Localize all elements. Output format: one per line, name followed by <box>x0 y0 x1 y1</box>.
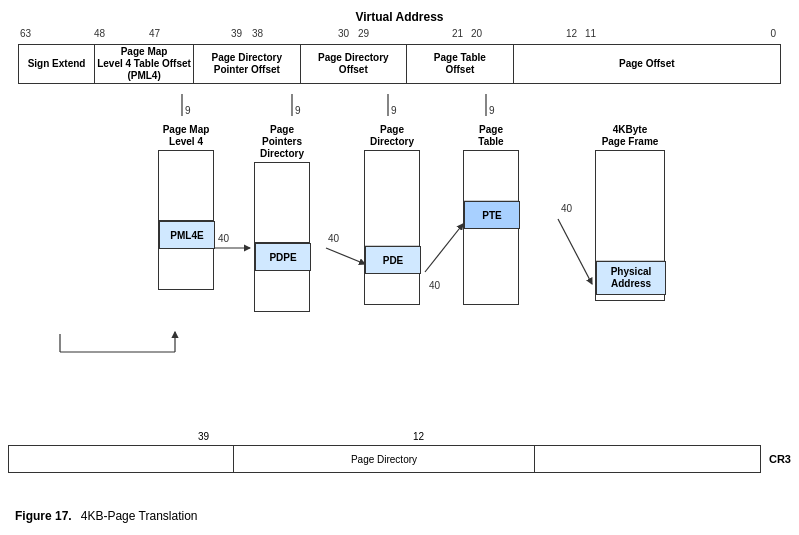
bit-38: 38 <box>252 28 263 39</box>
pf-table: 4KBytePage Frame PhysicalAddress <box>595 124 665 301</box>
svg-text:40: 40 <box>218 233 230 244</box>
cr3-section: 39 12 Page Directory CR3 <box>8 445 791 473</box>
pt-empty-bottom <box>464 229 518 304</box>
pml4-entry: PML4E <box>159 221 215 249</box>
bit-21: 21 <box>452 28 463 39</box>
bit-48: 48 <box>94 28 105 39</box>
pdp-entry: PDPE <box>255 243 311 271</box>
pml4-empty-top <box>159 151 213 221</box>
bit-63: 63 <box>20 28 31 39</box>
cr3-bit-39: 39 <box>198 431 209 442</box>
cr3-label: CR3 <box>769 453 791 465</box>
bit-0: 0 <box>770 28 776 39</box>
cr3-bit-12: 12 <box>413 431 424 442</box>
pf-entry: PhysicalAddress <box>596 261 666 295</box>
bit-39: 39 <box>231 28 242 39</box>
svg-text:9: 9 <box>185 105 191 116</box>
pf-empty-bottom <box>596 295 664 300</box>
svg-text:40: 40 <box>561 203 573 214</box>
pt-entry: PTE <box>464 201 520 229</box>
va-pdp: Page DirectoryPointer Offset <box>194 45 301 83</box>
figure-label: Figure 17. <box>15 509 72 523</box>
pdp-title: PagePointersDirectory <box>254 124 310 160</box>
pt-empty-top <box>464 151 518 201</box>
svg-text:9: 9 <box>489 105 495 116</box>
svg-line-14 <box>558 219 592 284</box>
pd-empty-bottom <box>365 274 419 304</box>
pd-entry: PDE <box>365 246 421 274</box>
cr3-bar: Page Directory <box>8 445 761 473</box>
pf-empty-top <box>596 151 664 261</box>
bit-29: 29 <box>358 28 369 39</box>
pd-title: PageDirectory <box>364 124 420 148</box>
cr3-left-empty <box>9 446 234 472</box>
pml4-table: Page MapLevel 4 PML4E <box>158 124 214 290</box>
pdp-empty-top <box>255 163 309 243</box>
virtual-address-bar: Sign Extend Page MapLevel 4 Table Offset… <box>18 44 781 84</box>
bit-11: 11 <box>585 28 596 39</box>
pml4-title: Page MapLevel 4 <box>158 124 214 148</box>
diagram-container: Virtual Address 63 48 47 39 38 30 29 21 … <box>0 0 799 535</box>
va-pt: Page TableOffset <box>407 45 514 83</box>
bit-30: 30 <box>338 28 349 39</box>
bit-20: 20 <box>471 28 482 39</box>
figure-caption: Figure 17. 4KB-Page Translation <box>15 509 198 523</box>
bit-12: 12 <box>566 28 577 39</box>
pt-table: PageTable PTE <box>463 124 519 305</box>
pdp-empty-bottom <box>255 271 309 311</box>
diagram-title: Virtual Address <box>10 10 789 24</box>
va-page-offset: Page Offset <box>514 45 780 83</box>
main-diagram: 9 9 9 9 40 40 40 40 <box>10 94 789 354</box>
svg-line-12 <box>425 224 463 272</box>
figure-title: 4KB-Page Translation <box>81 509 198 523</box>
svg-line-10 <box>326 248 365 264</box>
svg-text:40: 40 <box>328 233 340 244</box>
va-pml4: Page MapLevel 4 Table Offset(PML4) <box>95 45 194 83</box>
pt-title: PageTable <box>463 124 519 148</box>
svg-text:9: 9 <box>391 105 397 116</box>
pdp-table: PagePointersDirectory PDPE <box>254 124 310 312</box>
cr3-page-dir: Page Directory <box>234 446 534 472</box>
va-pd: Page DirectoryOffset <box>301 45 408 83</box>
bit-47: 47 <box>149 28 160 39</box>
pd-empty-top <box>365 151 419 246</box>
pf-title: 4KBytePage Frame <box>595 124 665 148</box>
svg-text:9: 9 <box>295 105 301 116</box>
pd-table: PageDirectory PDE <box>364 124 420 305</box>
pml4-empty-bottom <box>159 249 213 289</box>
svg-text:40: 40 <box>429 280 441 291</box>
cr3-right-empty <box>535 446 760 472</box>
va-sign-extend: Sign Extend <box>19 45 95 83</box>
